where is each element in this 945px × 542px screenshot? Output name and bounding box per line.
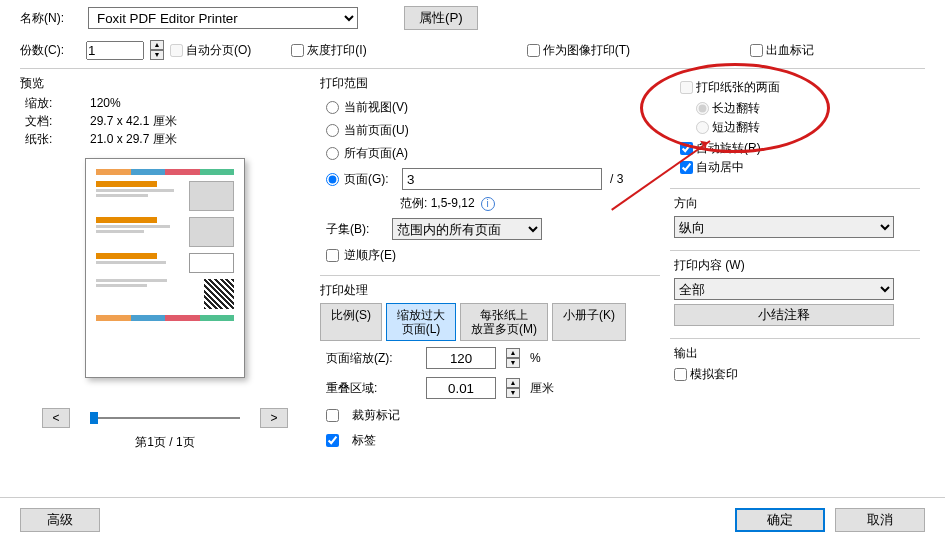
tab-booklet[interactable]: 小册子(K) [552,303,626,341]
handling-tabs: 比例(S) 缩放过大 页面(L) 每张纸上 放置多页(M) 小册子(K) [320,301,660,343]
orientation-title: 方向 [674,195,916,212]
simulate-overprint-checkbox[interactable]: 模拟套印 [674,367,738,381]
zoom-label: 缩放: [25,94,90,112]
paper-label: 纸张: [25,130,90,148]
advanced-button[interactable]: 高级 [20,508,100,532]
printer-name-select[interactable]: Foxit PDF Editor Printer [88,7,358,29]
subset-select[interactable]: 范围内的所有页面 [392,218,542,240]
copies-input[interactable] [86,41,144,60]
tab-fit-oversized[interactable]: 缩放过大 页面(L) [386,303,456,341]
duplex-both-sides-checkbox[interactable]: 打印纸张的两面 [680,80,780,94]
tab-multiple-per-sheet[interactable]: 每张纸上 放置多页(M) [460,303,548,341]
orientation-section: 方向 纵向 [670,188,920,244]
page-zoom-unit: % [530,351,541,365]
duplex-short-edge-radio[interactable]: 短边翻转 [696,119,910,136]
print-as-image-checkbox[interactable]: 作为图像打印(T) [527,42,630,59]
next-page-button[interactable]: > [260,408,288,428]
orientation-select[interactable]: 纵向 [674,216,894,238]
range-pages-input[interactable] [402,168,602,190]
doc-label: 文档: [25,112,90,130]
overlap-row: 重叠区域: ▲▼ 厘米 [320,373,660,403]
crop-marks-checkbox[interactable]: 裁剪标记 [320,403,660,428]
overlap-unit: 厘米 [530,380,554,397]
slider-thumb-icon[interactable] [90,412,98,424]
range-example-label: 范例: 1,5-9,12 [400,195,475,212]
range-pages-row: 页面(G): / 3 [320,167,660,191]
main-area: 预览 缩放:120% 文档:29.7 x 42.1 厘米 纸张:21.0 x 2… [0,73,945,497]
spinner-up-icon[interactable]: ▲ [150,40,164,50]
auto-rotate-checkbox[interactable]: 自动旋转(R) [680,140,910,157]
options-row: 份数(C): ▲ ▼ 自动分页(O) 灰度打印(I) 作为图像打印(T) 出血标… [0,36,945,64]
page-indicator: 第1页 / 1页 [20,434,310,451]
print-handling-title: 打印处理 [320,280,660,301]
auto-center-checkbox[interactable]: 自动居中 [680,159,910,176]
range-total-pages: / 3 [610,172,623,186]
range-pages-label: 页面(G): [344,171,400,188]
overlap-label: 重叠区域: [326,380,416,397]
print-handling-section: 打印处理 比例(S) 缩放过大 页面(L) 每张纸上 放置多页(M) 小册子(K… [320,275,660,453]
reverse-order-checkbox[interactable]: 逆顺序(E) [320,246,660,265]
range-current-page-radio[interactable]: 当前页面(U) [320,121,660,140]
printer-name-row: 名称(N): Foxit PDF Editor Printer 属性(P) [0,0,945,36]
page-zoom-row: 页面缩放(Z): ▲▼ % [320,343,660,373]
preview-column: 预览 缩放:120% 文档:29.7 x 42.1 厘米 纸张:21.0 x 2… [20,73,310,497]
print-dialog: 名称(N): Foxit PDF Editor Printer 属性(P) 份数… [0,0,945,542]
dialog-footer: 高级 确定 取消 [0,497,945,542]
collate-checkbox[interactable]: 自动分页(O) [170,42,251,59]
subset-row: 子集(B): 范围内的所有页面 [320,216,660,242]
copies-label: 份数(C): [20,42,80,59]
preview-pager: < > [20,408,310,428]
summarize-comments-button[interactable]: 小结注释 [674,304,894,326]
preview-title: 预览 [20,73,310,94]
print-content-title: 打印内容 (W) [674,257,916,274]
range-all-pages-radio[interactable]: 所有页面(A) [320,144,660,163]
cancel-button[interactable]: 取消 [835,508,925,532]
output-section: 输出 模拟套印 [670,338,920,389]
info-icon[interactable]: i [481,197,495,211]
spinner-down-icon[interactable]: ▼ [150,50,164,60]
overlap-input[interactable] [426,377,496,399]
copies-group: 份数(C): ▲ ▼ 自动分页(O) [20,40,251,60]
tab-scale[interactable]: 比例(S) [320,303,382,341]
overlap-spinner[interactable]: ▲▼ [506,378,520,398]
grayscale-checkbox[interactable]: 灰度打印(I) [291,42,366,59]
print-range-title: 打印范围 [320,73,660,94]
range-pages-radio[interactable] [326,173,339,186]
ok-button[interactable]: 确定 [735,508,825,532]
settings-column: 打印范围 当前视图(V) 当前页面(U) 所有页面(A) 页面(G): / 3 … [320,73,660,497]
print-content-select[interactable]: 全部 [674,278,894,300]
subset-label: 子集(B): [326,221,382,238]
page-zoom-spinner[interactable]: ▲▼ [506,348,520,368]
prev-page-button[interactable]: < [42,408,70,428]
duplex-long-edge-radio[interactable]: 长边翻转 [696,100,910,117]
labels-checkbox[interactable]: 标签 [320,428,660,453]
preview-thumbnail [85,158,245,378]
zoom-slider[interactable] [90,417,240,419]
zoom-value: 120% [90,94,121,112]
paper-value: 21.0 x 29.7 厘米 [90,130,177,148]
bleed-marks-checkbox[interactable]: 出血标记 [750,42,814,59]
print-content-section: 打印内容 (W) 全部 小结注释 [670,250,920,332]
printer-name-label: 名称(N): [20,10,80,27]
output-title: 输出 [674,345,916,362]
right-column: 打印纸张的两面 长边翻转 短边翻转 自动旋转(R) 自动居中 方向 纵向 打印内… [670,73,920,497]
page-zoom-input[interactable] [426,347,496,369]
copies-spinner[interactable]: ▲ ▼ [150,40,164,60]
page-zoom-label: 页面缩放(Z): [326,350,416,367]
properties-button[interactable]: 属性(P) [404,6,478,30]
duplex-section: 打印纸张的两面 长边翻转 短边翻转 自动旋转(R) 自动居中 [670,73,920,182]
range-current-view-radio[interactable]: 当前视图(V) [320,98,660,117]
doc-value: 29.7 x 42.1 厘米 [90,112,177,130]
